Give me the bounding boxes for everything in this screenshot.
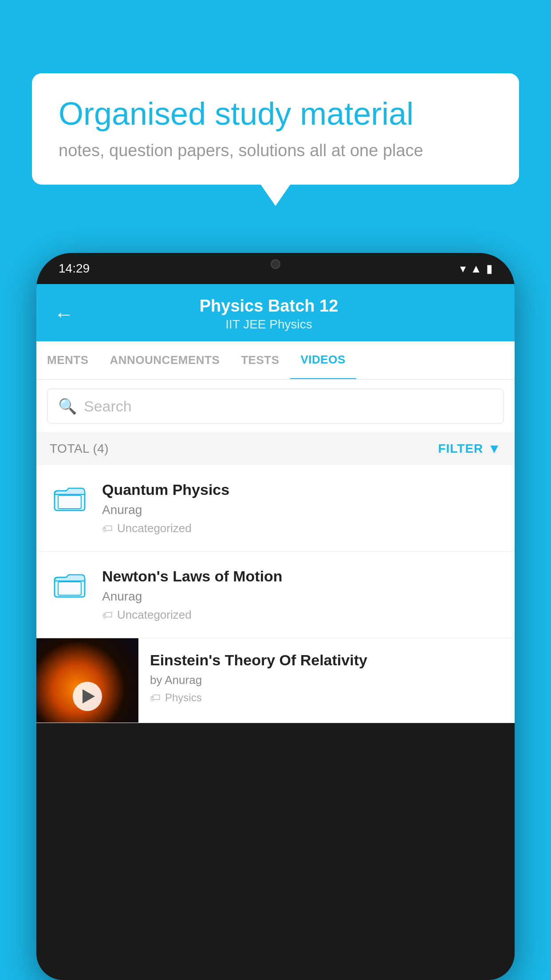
list-item-video[interactable]: Einstein's Theory Of Relativity by Anura…: [36, 638, 515, 723]
tab-ments[interactable]: MENTS: [36, 342, 99, 379]
folder-icon: [54, 484, 86, 512]
back-button[interactable]: ←: [54, 303, 74, 325]
content-list: Quantum Physics Anurag 🏷 Uncategorized N…: [36, 465, 515, 723]
tag-label: Uncategorized: [117, 608, 192, 622]
filter-row: TOTAL (4) FILTER ▼: [36, 432, 515, 465]
svg-rect-1: [58, 495, 81, 509]
speech-bubble: Organised study material notes, question…: [32, 73, 519, 185]
item-author: by Anurag: [150, 673, 503, 687]
search-bar-container: 🔍 Search: [36, 380, 515, 432]
filter-label: FILTER: [438, 442, 483, 456]
header-title-block: Physics Batch 12 IIT JEE Physics: [87, 296, 451, 332]
search-icon: 🔍: [58, 397, 77, 415]
list-item[interactable]: Quantum Physics Anurag 🏷 Uncategorized: [36, 465, 515, 552]
wifi-icon: ▾: [460, 262, 466, 276]
tag-label: Uncategorized: [117, 522, 192, 535]
play-button[interactable]: [73, 682, 102, 711]
item-author: Anurag: [102, 589, 501, 604]
status-icons: ▾ ▲ ▮: [460, 262, 492, 276]
front-camera: [271, 259, 280, 269]
item-tag: 🏷 Uncategorized: [102, 522, 501, 535]
tag-icon: 🏷: [150, 692, 161, 704]
phone-frame: 14:29 ▾ ▲ ▮ ← Physics Batch 12 IIT JEE P…: [36, 253, 515, 980]
item-text: Newton's Laws of Motion Anurag 🏷 Uncateg…: [102, 568, 501, 622]
phone-notch: [240, 253, 311, 275]
search-placeholder-text: Search: [84, 398, 132, 415]
play-triangle-icon: [83, 689, 95, 703]
batch-title: Physics Batch 12: [87, 296, 451, 316]
tab-tests[interactable]: TESTS: [230, 342, 290, 379]
folder-icon: [54, 570, 86, 599]
filter-button[interactable]: FILTER ▼: [438, 441, 501, 456]
item-tag: 🏷 Physics: [150, 692, 503, 704]
signal-icon: ▲: [470, 262, 482, 276]
tabs-bar: MENTS ANNOUNCEMENTS TESTS VIDEOS: [36, 341, 515, 380]
item-text: Quantum Physics Anurag 🏷 Uncategorized: [102, 481, 501, 535]
status-time: 14:29: [59, 261, 90, 276]
svg-rect-3: [58, 582, 81, 595]
battery-icon: ▮: [486, 262, 492, 276]
status-bar: 14:29 ▾ ▲ ▮: [36, 253, 515, 284]
tab-videos[interactable]: VIDEOS: [290, 341, 356, 380]
list-item[interactable]: Newton's Laws of Motion Anurag 🏷 Uncateg…: [36, 552, 515, 638]
app-header: ← Physics Batch 12 IIT JEE Physics: [36, 284, 515, 341]
batch-subtitle: IIT JEE Physics: [87, 317, 451, 332]
video-thumbnail: [36, 638, 138, 723]
bubble-subtitle: notes, question papers, solutions all at…: [59, 141, 492, 160]
tag-icon: 🏷: [102, 522, 113, 535]
item-text: Einstein's Theory Of Relativity by Anura…: [138, 638, 515, 717]
item-icon-wrap: [50, 570, 90, 599]
search-input-wrap[interactable]: 🔍 Search: [47, 389, 504, 423]
item-title: Quantum Physics: [102, 481, 501, 498]
total-count: TOTAL (4): [50, 442, 109, 456]
tag-icon: 🏷: [102, 609, 113, 621]
bubble-title: Organised study material: [59, 95, 492, 132]
item-title: Newton's Laws of Motion: [102, 568, 501, 585]
item-icon-wrap: [50, 484, 90, 512]
item-tag: 🏷 Uncategorized: [102, 608, 501, 622]
tab-announcements[interactable]: ANNOUNCEMENTS: [99, 342, 231, 379]
item-title: Einstein's Theory Of Relativity: [150, 652, 503, 669]
filter-icon: ▼: [488, 441, 501, 456]
item-author: Anurag: [102, 503, 501, 517]
tag-label: Physics: [165, 692, 202, 704]
